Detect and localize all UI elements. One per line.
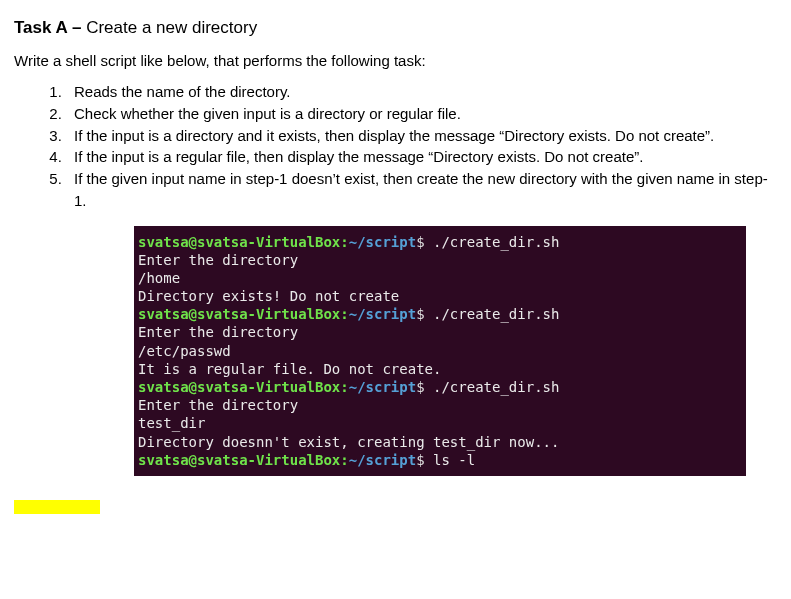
terminal-output-line: /home <box>138 269 742 287</box>
output-text: Directory doesnn't exist, creating test_… <box>138 434 559 450</box>
prompt-user: svatsa@svatsa-VirtualBox: <box>138 306 349 322</box>
terminal-output: svatsa@svatsa-VirtualBox:~/script$ ./cre… <box>134 226 746 476</box>
prompt-user: svatsa@svatsa-VirtualBox: <box>138 452 349 468</box>
steps-list: Reads the name of the directory. Check w… <box>14 81 777 212</box>
list-item: Reads the name of the directory. <box>66 81 777 103</box>
output-text: test_dir <box>138 415 205 431</box>
terminal-output-line: Enter the directory <box>138 396 742 414</box>
task-title: Create a new directory <box>86 18 257 37</box>
prompt-path: ~/script <box>349 452 416 468</box>
list-item: If the input is a regular file, then dis… <box>66 146 777 168</box>
list-item: If the input is a directory and it exist… <box>66 125 777 147</box>
terminal-output-line: /etc/passwd <box>138 342 742 360</box>
command-text: ls -l <box>433 452 475 468</box>
prompt-path: ~/script <box>349 306 416 322</box>
output-text: /home <box>138 270 180 286</box>
prompt-path: ~/script <box>349 379 416 395</box>
prompt-symbol: $ <box>416 306 433 322</box>
terminal-output-line: Enter the directory <box>138 251 742 269</box>
intro-paragraph: Write a shell script like below, that pe… <box>14 52 777 69</box>
output-text: Enter the directory <box>138 324 298 340</box>
highlight-marker <box>14 500 100 514</box>
prompt-symbol: $ <box>416 452 433 468</box>
terminal-output-line: Enter the directory <box>138 323 742 341</box>
terminal-command-line: svatsa@svatsa-VirtualBox:~/script$ ./cre… <box>138 378 742 396</box>
terminal-command-line: svatsa@svatsa-VirtualBox:~/script$ ./cre… <box>138 305 742 323</box>
output-text: /etc/passwd <box>138 343 231 359</box>
terminal-output-line: Directory exists! Do not create <box>138 287 742 305</box>
task-label: Task A – <box>14 18 86 37</box>
command-text: ./create_dir.sh <box>433 234 559 250</box>
prompt-symbol: $ <box>416 379 433 395</box>
prompt-user: svatsa@svatsa-VirtualBox: <box>138 379 349 395</box>
terminal-command-line: svatsa@svatsa-VirtualBox:~/script$ ./cre… <box>138 233 742 251</box>
list-item: If the given input name in step-1 doesn’… <box>66 168 777 212</box>
output-text: Enter the directory <box>138 397 298 413</box>
output-text: It is a regular file. Do not create. <box>138 361 441 377</box>
output-text: Directory exists! Do not create <box>138 288 399 304</box>
terminal-output-line: test_dir <box>138 414 742 432</box>
task-heading: Task A – Create a new directory <box>14 18 777 38</box>
terminal-output-line: It is a regular file. Do not create. <box>138 360 742 378</box>
output-text: Enter the directory <box>138 252 298 268</box>
list-item: Check whether the given input is a direc… <box>66 103 777 125</box>
prompt-symbol: $ <box>416 234 433 250</box>
command-text: ./create_dir.sh <box>433 379 559 395</box>
prompt-path: ~/script <box>349 234 416 250</box>
prompt-user: svatsa@svatsa-VirtualBox: <box>138 234 349 250</box>
terminal-command-line: svatsa@svatsa-VirtualBox:~/script$ ls -l <box>138 451 742 469</box>
command-text: ./create_dir.sh <box>433 306 559 322</box>
terminal-output-line: Directory doesnn't exist, creating test_… <box>138 433 742 451</box>
